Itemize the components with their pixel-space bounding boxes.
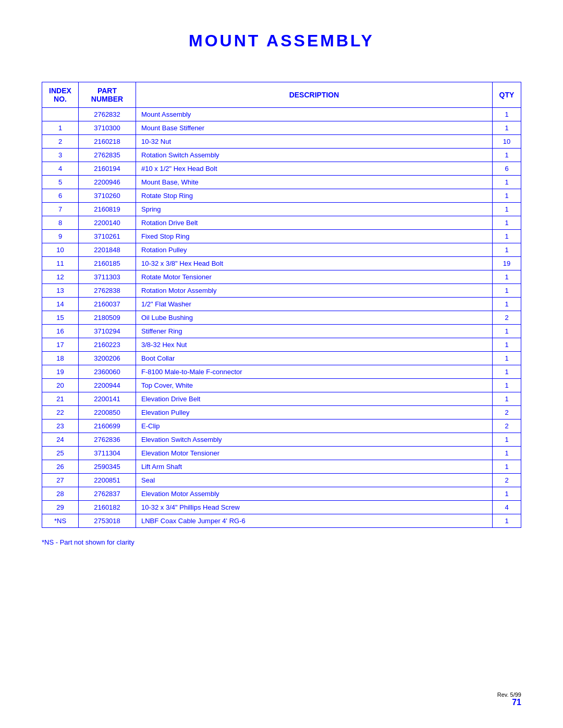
cell-part-number: 2762838 bbox=[79, 284, 136, 298]
cell-description: 10-32 x 3/4" Phillips Head Screw bbox=[136, 501, 493, 514]
table-header-row: INDEX NO. PART NUMBER DESCRIPTION QTY bbox=[42, 82, 521, 108]
cell-part-number: 2200850 bbox=[79, 406, 136, 419]
cell-description: 1/2" Flat Washer bbox=[136, 298, 493, 311]
table-row: 242762836Elevation Switch Assembly1 bbox=[42, 433, 521, 447]
cell-description: Rotation Motor Assembly bbox=[136, 284, 493, 298]
table-row: 202200944Top Cover, White1 bbox=[42, 379, 521, 392]
cell-qty: 1 bbox=[493, 230, 521, 243]
cell-description: Elevation Pulley bbox=[136, 406, 493, 419]
table-row: 192360060F-8100 Male-to-Male F-connector… bbox=[42, 365, 521, 379]
cell-index: 12 bbox=[42, 270, 79, 284]
cell-description: #10 x 1/2" Hex Head Bolt bbox=[136, 162, 493, 176]
table-row: 253711304Elevation Motor Tensioner1 bbox=[42, 447, 521, 460]
cell-part-number: 3200206 bbox=[79, 352, 136, 365]
table-row: 42160194#10 x 1/2" Hex Head Bolt6 bbox=[42, 162, 521, 176]
cell-index: 4 bbox=[42, 162, 79, 176]
cell-qty: 1 bbox=[493, 514, 521, 528]
cell-qty: 1 bbox=[493, 149, 521, 162]
cell-part-number: 2753018 bbox=[79, 514, 136, 528]
cell-description: Fixed Stop Ring bbox=[136, 230, 493, 243]
table-row: 212200141Elevation Drive Belt1 bbox=[42, 392, 521, 406]
cell-part-number: 2200851 bbox=[79, 474, 136, 487]
cell-part-number: 3710300 bbox=[79, 121, 136, 135]
revision-text: Rev. 5/99 bbox=[497, 692, 521, 698]
cell-index: 6 bbox=[42, 189, 79, 203]
cell-index: *NS bbox=[42, 514, 79, 528]
cell-index: 1 bbox=[42, 121, 79, 135]
cell-description: Top Cover, White bbox=[136, 379, 493, 392]
cell-description: 10-32 x 3/8" Hex Head Bolt bbox=[136, 257, 493, 270]
cell-part-number: 3710260 bbox=[79, 189, 136, 203]
table-row: 262590345Lift Arm Shaft1 bbox=[42, 460, 521, 474]
cell-description: Elevation Motor Assembly bbox=[136, 487, 493, 501]
cell-part-number: 2762837 bbox=[79, 487, 136, 501]
cell-part-number: 2160194 bbox=[79, 162, 136, 176]
cell-qty: 1 bbox=[493, 108, 521, 121]
cell-description: Spring bbox=[136, 203, 493, 216]
cell-qty: 1 bbox=[493, 379, 521, 392]
cell-qty: 2 bbox=[493, 406, 521, 419]
cell-description: Elevation Drive Belt bbox=[136, 392, 493, 406]
table-row: 82200140Rotation Drive Belt1 bbox=[42, 216, 521, 230]
cell-part-number: 2160223 bbox=[79, 338, 136, 352]
cell-part-number: 2160819 bbox=[79, 203, 136, 216]
cell-qty: 1 bbox=[493, 460, 521, 474]
cell-part-number: 2360060 bbox=[79, 365, 136, 379]
cell-index: 28 bbox=[42, 487, 79, 501]
cell-part-number: 2762836 bbox=[79, 433, 136, 447]
cell-index: 21 bbox=[42, 392, 79, 406]
table-row: 11216018510-32 x 3/8" Hex Head Bolt19 bbox=[42, 257, 521, 270]
cell-description: Rotation Pulley bbox=[136, 243, 493, 257]
cell-description: Elevation Switch Assembly bbox=[136, 433, 493, 447]
cell-index: 14 bbox=[42, 298, 79, 311]
cell-qty: 1 bbox=[493, 176, 521, 189]
cell-index: 19 bbox=[42, 365, 79, 379]
footnote: *NS - Part not shown for clarity bbox=[42, 538, 521, 546]
cell-qty: 1 bbox=[493, 392, 521, 406]
cell-part-number: 2160185 bbox=[79, 257, 136, 270]
cell-description: Mount Base Stiffener bbox=[136, 121, 493, 135]
table-row: 232160699E-Clip2 bbox=[42, 419, 521, 433]
cell-description: Elevation Motor Tensioner bbox=[136, 447, 493, 460]
cell-part-number: 2160218 bbox=[79, 135, 136, 149]
header-qty: QTY bbox=[493, 82, 521, 108]
cell-part-number: 2762832 bbox=[79, 108, 136, 121]
cell-description: Stiffener Ring bbox=[136, 325, 493, 338]
cell-index: 26 bbox=[42, 460, 79, 474]
cell-part-number: 2200141 bbox=[79, 392, 136, 406]
parts-table: INDEX NO. PART NUMBER DESCRIPTION QTY 27… bbox=[42, 82, 521, 528]
table-row: 93710261Fixed Stop Ring1 bbox=[42, 230, 521, 243]
cell-description: E-Clip bbox=[136, 419, 493, 433]
cell-part-number: 2160037 bbox=[79, 298, 136, 311]
cell-qty: 2 bbox=[493, 419, 521, 433]
table-row: 1721602233/8-32 Hex Nut1 bbox=[42, 338, 521, 352]
cell-index: 20 bbox=[42, 379, 79, 392]
page-footer: Rev. 5/99 71 bbox=[497, 692, 521, 707]
cell-part-number: 2590345 bbox=[79, 460, 136, 474]
cell-qty: 1 bbox=[493, 325, 521, 338]
table-row: 163710294Stiffener Ring1 bbox=[42, 325, 521, 338]
cell-index: 18 bbox=[42, 352, 79, 365]
cell-index: 2 bbox=[42, 135, 79, 149]
cell-part-number: 3711304 bbox=[79, 447, 136, 460]
cell-index: 3 bbox=[42, 149, 79, 162]
cell-description: Mount Base, White bbox=[136, 176, 493, 189]
cell-index: 13 bbox=[42, 284, 79, 298]
cell-description: Seal bbox=[136, 474, 493, 487]
cell-part-number: 2200946 bbox=[79, 176, 136, 189]
cell-part-number: 3710261 bbox=[79, 230, 136, 243]
cell-qty: 1 bbox=[493, 284, 521, 298]
cell-index: 23 bbox=[42, 419, 79, 433]
cell-index: 24 bbox=[42, 433, 79, 447]
table-row: 72160819Spring1 bbox=[42, 203, 521, 216]
cell-index: 22 bbox=[42, 406, 79, 419]
cell-description: Rotation Switch Assembly bbox=[136, 149, 493, 162]
table-row: 222200850Elevation Pulley2 bbox=[42, 406, 521, 419]
cell-index: 29 bbox=[42, 501, 79, 514]
cell-description: Rotate Motor Tensioner bbox=[136, 270, 493, 284]
cell-qty: 10 bbox=[493, 135, 521, 149]
header-part: PART NUMBER bbox=[79, 82, 136, 108]
header-index: INDEX NO. bbox=[42, 82, 79, 108]
cell-qty: 6 bbox=[493, 162, 521, 176]
table-row: 1421600371/2" Flat Washer1 bbox=[42, 298, 521, 311]
